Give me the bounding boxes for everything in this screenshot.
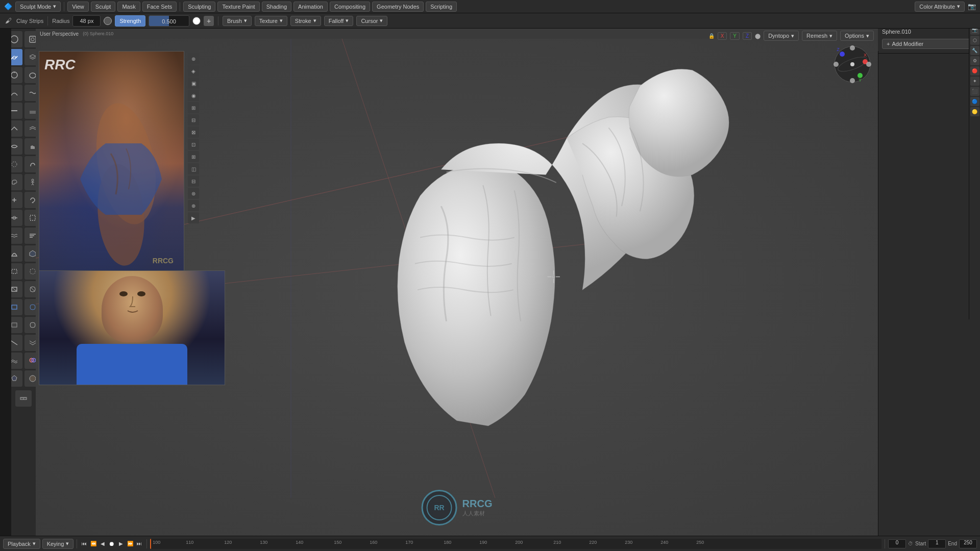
- compositing-tab[interactable]: Compositing: [330, 2, 370, 12]
- keying-dropdown[interactable]: Keying▾: [42, 539, 74, 549]
- radius-value[interactable]: 48 px: [72, 15, 101, 27]
- falloff-dropdown[interactable]: Falloff▾: [324, 16, 354, 26]
- strength-slider[interactable]: 0.500: [149, 15, 189, 27]
- current-frame-input[interactable]: 0: [888, 539, 906, 548]
- prop-right-icon-4[interactable]: 🔧: [970, 46, 979, 55]
- prop-right-icon-9[interactable]: 🔵: [970, 97, 979, 106]
- step-back-btn[interactable]: ⏪: [89, 540, 97, 548]
- geometry-nodes-tab[interactable]: Geometry Nodes: [372, 2, 424, 12]
- brush-toolbar: 🖌 Clay Strips Radius 48 px Strength 0.50…: [0, 13, 980, 29]
- tool-edit-face-set[interactable]: [11, 370, 22, 387]
- tool-thumb[interactable]: [11, 174, 22, 190]
- texture-paint-tab[interactable]: Texture Paint: [217, 2, 259, 12]
- tool-cloth-filter[interactable]: [11, 353, 22, 369]
- add-button[interactable]: +: [204, 16, 214, 26]
- texture-dropdown[interactable]: Texture▾: [255, 16, 287, 26]
- prop-right-icon-7[interactable]: ✦: [970, 77, 979, 86]
- tool-elastic[interactable]: [11, 156, 22, 172]
- render-icon[interactable]: 📷: [967, 2, 977, 12]
- prop-right-icon-3[interactable]: ⬡: [970, 36, 979, 45]
- tool-grab[interactable]: [24, 138, 36, 155]
- tool-box-trim[interactable]: [11, 317, 22, 333]
- prop-right-icon-6[interactable]: 🔴: [970, 66, 979, 76]
- step-fwd-btn[interactable]: ⏩: [126, 540, 134, 548]
- options-button[interactable]: Options▾: [840, 31, 874, 41]
- x-axis-toggle[interactable]: X: [718, 32, 727, 40]
- tool-boundary[interactable]: [24, 210, 36, 226]
- cursor-dropdown[interactable]: Cursor▾: [356, 16, 387, 26]
- tool-cloth[interactable]: [11, 228, 22, 244]
- remesh-button[interactable]: Remesh▾: [802, 31, 837, 41]
- tool-fill[interactable]: [24, 103, 36, 119]
- tool-draw[interactable]: [11, 31, 22, 47]
- prop-right-icon-10[interactable]: 🟡: [970, 107, 979, 116]
- tool-snake-hook[interactable]: [24, 156, 36, 172]
- blender-logo-icon[interactable]: 🔷: [3, 2, 13, 12]
- tool-crease[interactable]: [11, 85, 22, 101]
- tool-draw-face-set[interactable]: [24, 245, 36, 262]
- tool-lasso-trim[interactable]: [24, 317, 36, 333]
- tool-line-project[interactable]: [11, 335, 22, 351]
- view-menu[interactable]: View: [67, 2, 89, 12]
- play-back-btn[interactable]: ◀: [99, 540, 107, 548]
- tool-ruler[interactable]: [15, 390, 32, 407]
- nav-widget[interactable]: X Y Z: [832, 44, 873, 85]
- tool-mask[interactable]: [11, 245, 22, 262]
- face-sets-menu[interactable]: Face Sets: [142, 2, 177, 12]
- color-swatch[interactable]: [192, 17, 201, 25]
- stop-btn[interactable]: ⏺: [108, 540, 116, 548]
- tool-rotate[interactable]: [24, 192, 36, 208]
- tool-pose[interactable]: [24, 174, 36, 190]
- tool-lasso-mask[interactable]: [24, 263, 36, 280]
- end-frame-input[interactable]: 250: [959, 539, 977, 548]
- play-btn[interactable]: ▶: [117, 540, 125, 548]
- tool-box-hide[interactable]: [11, 281, 22, 297]
- tool-scrape[interactable]: [11, 120, 22, 137]
- tool-mask-by-color[interactable]: [24, 370, 36, 387]
- tool-box-mask[interactable]: [11, 263, 22, 280]
- shading-tab[interactable]: Shading: [262, 2, 291, 12]
- brush-dropdown[interactable]: Brush▾: [223, 16, 252, 26]
- color-attribute-dropdown[interactable]: Color Attribute ▾: [915, 2, 965, 12]
- mask-menu[interactable]: Mask: [117, 2, 140, 12]
- tool-blob[interactable]: [24, 67, 36, 83]
- z-axis-toggle[interactable]: Z: [743, 32, 752, 40]
- playhead[interactable]: [150, 539, 151, 549]
- tool-inflate[interactable]: [11, 67, 22, 83]
- timeline-ruler[interactable]: 100 110 120 130 140 150 160 170 180 190 …: [150, 539, 881, 549]
- start-frame-input[interactable]: 1: [928, 539, 946, 548]
- strength-button[interactable]: Strength: [115, 15, 145, 27]
- tool-lasso-face-set[interactable]: [24, 299, 36, 315]
- y-axis-toggle[interactable]: Y: [730, 32, 740, 40]
- animation-tab[interactable]: Animation: [293, 2, 328, 12]
- stroke-dropdown[interactable]: Stroke▾: [290, 16, 321, 26]
- tool-flatten[interactable]: [11, 103, 22, 119]
- playback-dropdown[interactable]: Playback▾: [3, 539, 40, 549]
- tool-multiplane[interactable]: [24, 120, 36, 137]
- tool-settings[interactable]: [24, 31, 36, 47]
- mode-dropdown[interactable]: Sculpt Mode ▾: [15, 2, 61, 12]
- dyntopo-button[interactable]: Dyntopo▾: [764, 31, 799, 41]
- prop-right-icon-5[interactable]: ⚙: [970, 56, 979, 65]
- tool-color-filter[interactable]: [24, 353, 36, 369]
- add-modifier-button[interactable]: + Add Modifier: [882, 39, 976, 49]
- svg-point-24: [30, 375, 36, 382]
- tool-simplify[interactable]: [24, 228, 36, 244]
- tool-layer[interactable]: [24, 49, 36, 65]
- sculpt-canvas[interactable]: Vertices 561,574 Faces 561,572 Shift RRC: [36, 39, 878, 536]
- jump-start-btn[interactable]: ⏮: [80, 540, 88, 548]
- tool-clay-strips[interactable]: [11, 49, 22, 65]
- tool-mesh-filter[interactable]: [24, 335, 36, 351]
- tool-smooth[interactable]: [24, 85, 36, 101]
- scripting-tab[interactable]: Scripting: [426, 2, 457, 12]
- tool-pinch[interactable]: [11, 138, 22, 155]
- tool-box-face-set[interactable]: [11, 299, 22, 315]
- jump-end-btn[interactable]: ⏭: [135, 540, 143, 548]
- tool-slide-relax[interactable]: [11, 210, 22, 226]
- sculpting-tab[interactable]: Sculpting: [183, 2, 215, 12]
- tool-lasso-hide[interactable]: [24, 281, 36, 297]
- prop-right-icon-8[interactable]: ⬛: [970, 87, 979, 96]
- viewport-3d[interactable]: User Perspective (0) Sphere.010 🔒 X Y Z …: [36, 29, 878, 536]
- sculpt-menu[interactable]: Sculpt: [91, 2, 116, 12]
- tool-nudge[interactable]: [11, 192, 22, 208]
